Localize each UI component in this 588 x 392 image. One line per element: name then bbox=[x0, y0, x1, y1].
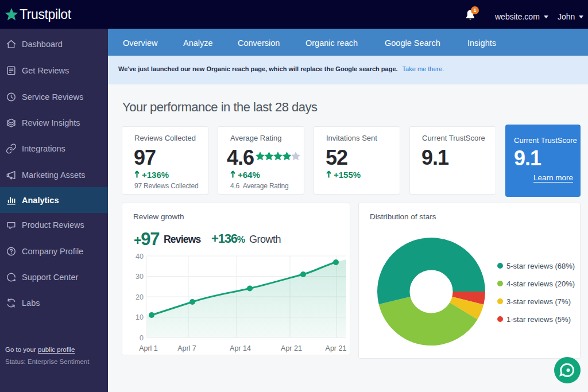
svg-text:Aprl 1: Aprl 1 bbox=[139, 344, 158, 352]
svg-text:Aprl 7: Aprl 7 bbox=[177, 344, 196, 352]
svg-text:40: 40 bbox=[136, 253, 144, 261]
svg-text:Apr 21: Apr 21 bbox=[281, 344, 302, 352]
svg-text:30: 30 bbox=[136, 273, 144, 281]
svg-text:10: 10 bbox=[136, 313, 144, 321]
svg-text:20: 20 bbox=[136, 293, 144, 301]
svg-text:0: 0 bbox=[140, 334, 144, 342]
svg-text:Apr 21: Apr 21 bbox=[326, 344, 347, 352]
svg-text:Apr 14: Apr 14 bbox=[230, 344, 251, 352]
